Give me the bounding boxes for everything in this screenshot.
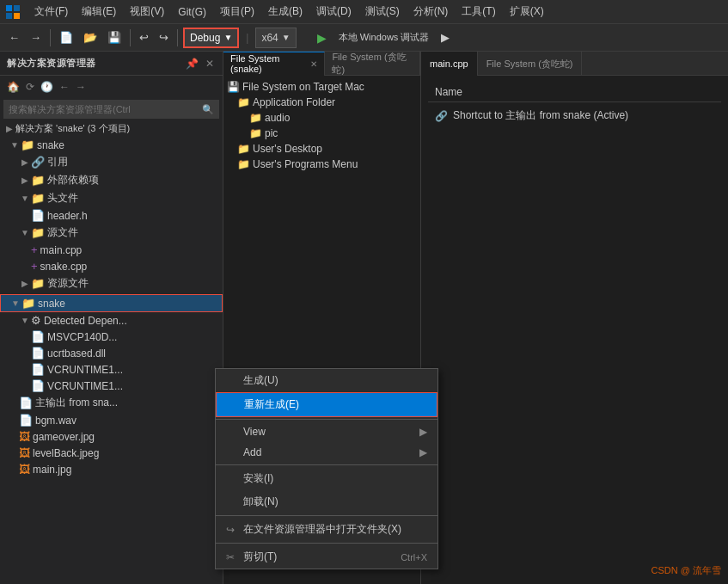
sidebar-item-msvcp[interactable]: 📄 MSVCP140D... (0, 329, 223, 345)
ctx-cut[interactable]: ✂ 剪切(T) Ctrl+X (216, 545, 437, 569)
sidebar-item-detected-deps[interactable]: ▼ ⚙ Detected Depen... (0, 312, 223, 329)
fs-root-label: File System on Target Mac (242, 81, 364, 93)
resources-folder-icon: 📁 (31, 277, 45, 290)
sidebar-item-main-cpp[interactable]: + main.cpp (0, 242, 223, 258)
fs-tab-greedy[interactable]: File System (贪吃蛇) (325, 52, 420, 76)
shortcut-item[interactable]: 🔗 Shortcut to 主输出 from snake (Active) (428, 106, 721, 126)
bgm-label: bgm.wav (35, 415, 76, 427)
menu-debug[interactable]: 调试(D) (309, 3, 358, 21)
new-file-button[interactable]: 📄 (56, 28, 76, 48)
sep: | (246, 32, 248, 44)
ctx-install-label: 安装(I) (243, 471, 427, 486)
sidebar-item-snake-root[interactable]: ▼ 📁 snake (0, 137, 223, 153)
sidebar-item-vcruntime2[interactable]: 📄 VCRUNTIME1... (0, 378, 223, 394)
fs-pic-folder[interactable]: 📁 pic (223, 126, 420, 141)
ctx-view-label: View (243, 426, 413, 438)
ctx-install[interactable]: 安装(I) (216, 467, 437, 490)
ucrtbased-label: ucrtbased.dll (47, 347, 106, 360)
sidebar-item-ext-deps[interactable]: ▶ 📁 外部依赖项 (0, 171, 223, 189)
ctx-uninstall[interactable]: 卸载(N) (216, 490, 437, 513)
ext-deps-arrow-icon: ▶ (19, 175, 31, 185)
sidebar-item-header-h[interactable]: 📄 header.h (0, 207, 223, 224)
menu-edit[interactable]: 编辑(E) (75, 3, 123, 21)
menu-file[interactable]: 文件(F) (28, 3, 75, 21)
fs-tab-close-icon[interactable]: ✕ (310, 59, 317, 69)
menu-tools[interactable]: 工具(T) (455, 3, 502, 21)
fs-desktop-folder[interactable]: 📁 User's Desktop (223, 141, 420, 157)
clock-icon[interactable]: 🕐 (39, 80, 55, 94)
svg-rect-0 (6, 5, 12, 11)
levelback-icon: 🖼 (19, 446, 30, 459)
sidebar-item-main-jpg[interactable]: 🖼 main.jpg (0, 461, 223, 477)
ctx-rebuild[interactable]: 重新生成(E) (216, 392, 437, 417)
local-debugger-button[interactable]: 本地 Windows 调试器 (333, 29, 435, 46)
solution-label[interactable]: ▶ 解决方案 'snake' (3 个项目) (0, 120, 223, 137)
menu-git[interactable]: Git(G) (171, 4, 213, 20)
msvcp-label: MSVCP140D... (47, 331, 117, 343)
fs-programs-menu[interactable]: 📁 User's Programs Menu (223, 157, 420, 172)
snake-root-folder-icon: 📁 (21, 138, 34, 151)
sidebar-item-sources[interactable]: ▼ 📁 源文件 (0, 224, 223, 242)
debug-label: Debug (190, 32, 220, 44)
fs-app-folder[interactable]: 📁 Application Folder (223, 95, 420, 110)
ctx-add[interactable]: Add ▶ (216, 442, 437, 463)
menu-build[interactable]: 生成(B) (261, 3, 309, 21)
sidebar-item-ucrtbased[interactable]: 📄 ucrtbased.dll (0, 345, 223, 361)
open-button[interactable]: 📂 (80, 28, 101, 48)
nav-back-icon[interactable]: ← (58, 80, 71, 94)
ctx-build[interactable]: 生成(U) (216, 369, 437, 392)
fs-root[interactable]: 💾 File System on Target Mac (223, 79, 420, 95)
debug-dropdown[interactable]: Debug ▼ (183, 28, 239, 48)
toolbar-sep-1 (50, 29, 51, 46)
start-button[interactable]: ▶ (314, 29, 330, 46)
ctx-sep-3 (216, 515, 437, 516)
menu-extensions[interactable]: 扩展(X) (503, 3, 551, 21)
fs-tab-snake[interactable]: File System (snake) ✕ (223, 52, 325, 76)
ext-deps-label: 外部依赖项 (47, 173, 99, 187)
ctx-uninstall-label: 卸载(N) (243, 495, 427, 509)
run-button[interactable]: ▶ (437, 28, 453, 48)
watermark: CSDN @ 流年雪 (652, 564, 721, 577)
levelback-label: levelBack.jpeg (33, 447, 99, 459)
ctx-open-folder[interactable]: ↪ 在文件资源管理器中打开文件夹(X) (216, 518, 437, 541)
nav-fwd-icon[interactable]: → (74, 80, 88, 94)
fs-pic-icon: 📁 (249, 127, 262, 139)
toolbar: ← → 📄 📂 💾 ↩ ↪ Debug ▼ | x64 ▼ ▶ 本地 Windo… (0, 24, 728, 52)
sidebar-item-snake-project[interactable]: ▼ 📁 snake (0, 294, 223, 312)
sync-icon[interactable]: ⟳ (24, 80, 36, 94)
home-icon[interactable]: 🏠 (5, 80, 21, 94)
arch-arrow-icon: ▼ (282, 33, 291, 42)
bgm-icon: 📄 (19, 414, 33, 427)
forward-button[interactable]: → (27, 28, 45, 48)
save-button[interactable]: 💾 (104, 28, 125, 48)
back-button[interactable]: ← (5, 28, 23, 48)
ctx-view[interactable]: View ▶ (216, 421, 437, 442)
sidebar-item-main-output[interactable]: 📄 主输出 from sna... (0, 394, 223, 412)
main-tab-fs2[interactable]: File System (贪吃蛇) (478, 52, 583, 76)
view-arrow-icon: ▶ (419, 426, 427, 438)
menu-project[interactable]: 项目(P) (213, 3, 261, 21)
main-tab-cpp[interactable]: main.cpp (421, 52, 478, 76)
menu-analyze[interactable]: 分析(N) (407, 3, 456, 21)
solution-text: 解决方案 'snake' (3 个项目) (15, 122, 130, 135)
sidebar-item-headers[interactable]: ▼ 📁 头文件 (0, 189, 223, 207)
toolbar-sep-3 (177, 29, 178, 46)
arch-dropdown[interactable]: x64 ▼ (255, 28, 296, 48)
sidebar-item-levelback[interactable]: 🖼 levelBack.jpeg (0, 445, 223, 461)
sidebar-item-vcruntime1[interactable]: 📄 VCRUNTIME1... (0, 361, 223, 378)
undo-button[interactable]: ↩ (136, 28, 152, 48)
sidebar-item-resources[interactable]: ▶ 📁 资源文件 (0, 274, 223, 292)
fs-audio-folder[interactable]: 📁 audio (223, 110, 420, 126)
main-content: main.cpp File System (贪吃蛇) Name 🔗 Shortc… (421, 52, 728, 584)
pin-icon[interactable]: 📌 (184, 57, 200, 71)
sidebar-item-gameover[interactable]: 🖼 gameover.jpg (0, 428, 223, 445)
sidebar-item-bgm[interactable]: 📄 bgm.wav (0, 412, 223, 428)
menu-view[interactable]: 视图(V) (123, 3, 171, 21)
sidebar-item-snake-cpp[interactable]: + snake.cpp (0, 258, 223, 274)
vcruntime2-icon: 📄 (31, 379, 45, 392)
menu-test[interactable]: 测试(S) (358, 3, 407, 21)
close-sidebar-button[interactable]: ✕ (204, 57, 216, 71)
sidebar-item-ref[interactable]: ▶ 🔗 引用 (0, 153, 223, 171)
search-input[interactable] (9, 104, 202, 114)
redo-button[interactable]: ↪ (156, 28, 172, 48)
